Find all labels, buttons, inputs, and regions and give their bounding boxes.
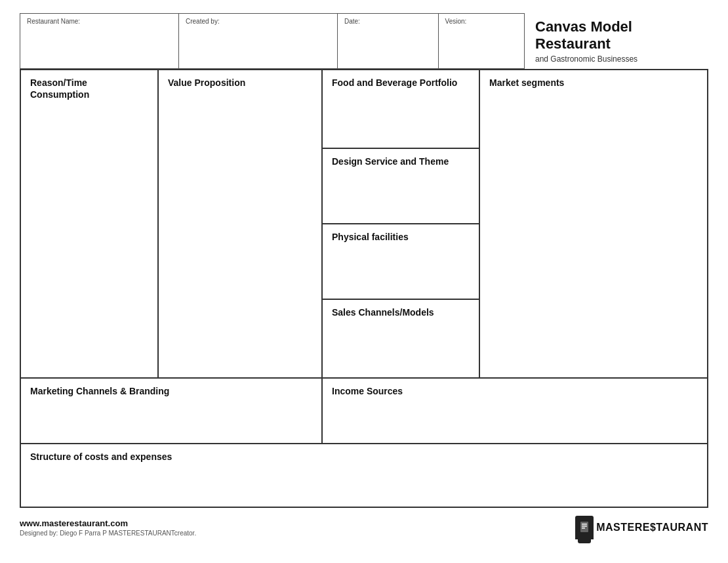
- footer-left: www.masterestaurant.com Designed by: Die…: [20, 518, 196, 537]
- income-sources-cell: Income Sources: [323, 379, 707, 443]
- footer: www.masterestaurant.com Designed by: Die…: [20, 516, 708, 539]
- version-field[interactable]: Vesion:: [439, 14, 524, 68]
- svg-rect-2: [582, 526, 587, 527]
- marketing-channels-label: Marketing Channels & Branding: [30, 386, 169, 396]
- created-by-input[interactable]: [186, 26, 331, 42]
- title-sub: and Gastronomic Businesses: [535, 54, 698, 64]
- svg-rect-0: [580, 522, 588, 532]
- logo-text-after: TAURANT: [656, 522, 708, 533]
- created-by-label: Created by:: [186, 18, 331, 25]
- logo-box: MASTERE$TAURANT: [575, 516, 708, 539]
- canvas-row-2: Marketing Channels & Branding Income Sou…: [21, 379, 707, 444]
- svg-rect-1: [582, 524, 587, 525]
- header-row: Restaurant Name: Created by: Date: Vesio…: [20, 13, 708, 69]
- food-beverage-label: Food and Beverage Portfolio: [332, 77, 457, 88]
- logo-text: MASTERE$TAURANT: [596, 522, 708, 533]
- physical-facilities-cell: Physical facilities: [323, 224, 479, 300]
- sales-channels-label: Sales Channels/Models: [332, 307, 434, 318]
- market-segments-cell: Market segments: [480, 70, 707, 377]
- physical-facilities-label: Physical facilities: [332, 232, 409, 242]
- logo-dollar: $: [650, 522, 656, 533]
- center-column: Food and Beverage Portfolio Design Servi…: [323, 70, 480, 377]
- footer-website: www.masterestaurant.com: [20, 518, 196, 528]
- marketing-channels-cell: Marketing Channels & Branding: [21, 379, 323, 443]
- canvas-row-3: Structure of costs and expenses: [21, 444, 707, 507]
- title-box: Canvas Model Restaurant and Gastronomic …: [525, 13, 708, 69]
- value-proposition-label: Value Proposition: [168, 77, 245, 88]
- title-main: Canvas Model Restaurant: [535, 18, 698, 53]
- logo-icon: [575, 516, 594, 539]
- market-segments-label: Market segments: [489, 77, 564, 88]
- reason-time-label: Reason/Time Consumption: [30, 77, 89, 100]
- reason-time-cell: Reason/Time Consumption: [21, 70, 159, 377]
- form-fields: Restaurant Name: Created by: Date: Vesio…: [20, 13, 525, 69]
- restaurant-name-label: Restaurant Name:: [27, 18, 172, 25]
- restaurant-name-input[interactable]: [27, 26, 172, 42]
- canvas-grid: Reason/Time Consumption Value Propositio…: [20, 69, 708, 508]
- footer-designed-by: Designed by: Diego F Parra P MASTERESTAU…: [20, 530, 196, 537]
- design-service-label: Design Service and Theme: [332, 156, 449, 167]
- date-field[interactable]: Date:: [338, 14, 439, 68]
- page-wrapper: Restaurant Name: Created by: Date: Vesio…: [20, 13, 708, 539]
- created-by-field[interactable]: Created by:: [179, 14, 338, 68]
- version-label: Vesion:: [445, 18, 517, 25]
- date-label: Date:: [344, 18, 432, 25]
- svg-rect-3: [582, 528, 585, 529]
- value-proposition-cell: Value Proposition: [159, 70, 323, 377]
- restaurant-name-field[interactable]: Restaurant Name:: [20, 14, 179, 68]
- sales-channels-cell: Sales Channels/Models: [323, 300, 479, 377]
- version-input[interactable]: [445, 26, 517, 42]
- logo-text-before: MASTERE: [596, 522, 650, 533]
- income-sources-label: Income Sources: [332, 386, 403, 396]
- date-input[interactable]: [344, 26, 432, 42]
- design-service-cell: Design Service and Theme: [323, 149, 479, 224]
- canvas-row-1: Reason/Time Consumption Value Propositio…: [21, 70, 707, 379]
- costs-label: Structure of costs and expenses: [30, 451, 172, 462]
- food-beverage-cell: Food and Beverage Portfolio: [323, 70, 479, 149]
- costs-cell: Structure of costs and expenses: [21, 444, 707, 507]
